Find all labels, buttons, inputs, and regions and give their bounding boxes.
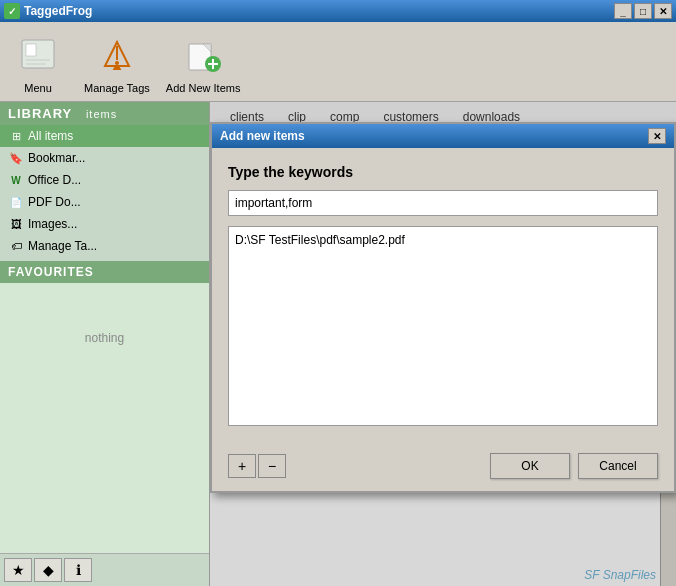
dialog-footer: + − OK Cancel <box>212 445 674 491</box>
svg-rect-1 <box>26 44 36 56</box>
app-title: TaggedFrog <box>24 4 92 18</box>
menu-label: Menu <box>24 82 52 94</box>
diamond-button[interactable]: ◆ <box>34 558 62 582</box>
add-file-button[interactable]: + <box>228 454 256 478</box>
menu-toolbar-item[interactable]: Menu <box>8 30 68 94</box>
info-button[interactable]: ℹ <box>64 558 92 582</box>
all-items-sidebar-item[interactable]: ⊞ All items <box>0 125 209 147</box>
file-paths-textarea[interactable]: D:\SF TestFiles\pdf\sample2.pdf <box>228 226 658 426</box>
bookmarks-sidebar-item[interactable]: 🔖 Bookmar... <box>0 147 209 169</box>
minimize-button[interactable]: _ <box>614 3 632 19</box>
dialog-footer-right: OK Cancel <box>490 453 658 479</box>
ok-button[interactable]: OK <box>490 453 570 479</box>
bookmarks-icon: 🔖 <box>8 150 24 166</box>
dialog-section-title: Type the keywords <box>228 164 658 180</box>
main-window: Menu Manage Tags <box>0 22 676 586</box>
favourites-header: FAVOURITES <box>0 261 209 283</box>
sidebar: LIBRARY items ⊞ All items 🔖 Bookmar... W… <box>0 102 210 586</box>
manage-tags-sidebar-item[interactable]: 🏷 Manage Ta... <box>0 235 209 257</box>
maximize-button[interactable]: □ <box>634 3 652 19</box>
nothing-label: nothing <box>8 331 201 345</box>
dialog-title-bar: Add new items ✕ <box>212 124 674 148</box>
add-new-items-label: Add New Items <box>166 82 241 94</box>
sidebar-footer: ★ ◆ ℹ <box>0 553 209 586</box>
sidebar-bottom-area: nothing <box>0 283 209 553</box>
manage-tags-sidebar-icon: 🏷 <box>8 238 24 254</box>
images-sidebar-item[interactable]: 🖼 Images... <box>0 213 209 235</box>
dialog-close-button[interactable]: ✕ <box>648 128 666 144</box>
dialog-body: Type the keywords D:\SF TestFiles\pdf\sa… <box>212 148 674 445</box>
pdf-sidebar-item[interactable]: 📄 PDF Do... <box>0 191 209 213</box>
remove-file-button[interactable]: − <box>258 454 286 478</box>
manage-tags-icon <box>93 30 141 78</box>
title-controls: _ □ ✕ <box>614 3 672 19</box>
title-bar: ✓ TaggedFrog _ □ ✕ <box>0 0 676 22</box>
office-sidebar-item[interactable]: W Office D... <box>0 169 209 191</box>
modal-overlay: Add new items ✕ Type the keywords D:\SF … <box>210 102 676 586</box>
add-new-items-dialog: Add new items ✕ Type the keywords D:\SF … <box>210 122 676 493</box>
toolbar: Menu Manage Tags <box>0 22 676 102</box>
window-close-button[interactable]: ✕ <box>654 3 672 19</box>
content-area: LIBRARY items ⊞ All items 🔖 Bookmar... W… <box>0 102 676 586</box>
menu-icon <box>14 30 62 78</box>
all-items-icon: ⊞ <box>8 128 24 144</box>
add-new-items-icon <box>179 30 227 78</box>
images-icon: 🖼 <box>8 216 24 232</box>
svg-point-5 <box>115 61 119 65</box>
main-content: clients clip comp customers downloads SF… <box>210 102 676 586</box>
star-button[interactable]: ★ <box>4 558 32 582</box>
add-new-items-toolbar-item[interactable]: Add New Items <box>166 30 241 94</box>
dialog-footer-left: + − <box>228 454 286 478</box>
manage-tags-toolbar-item[interactable]: Manage Tags <box>84 30 150 94</box>
library-header: LIBRARY items <box>0 102 209 125</box>
pdf-icon: 📄 <box>8 194 24 210</box>
keywords-input[interactable] <box>228 190 658 216</box>
office-icon: W <box>8 172 24 188</box>
title-bar-left: ✓ TaggedFrog <box>4 3 92 19</box>
manage-tags-label: Manage Tags <box>84 82 150 94</box>
cancel-button[interactable]: Cancel <box>578 453 658 479</box>
app-icon: ✓ <box>4 3 20 19</box>
dialog-title: Add new items <box>220 129 305 143</box>
